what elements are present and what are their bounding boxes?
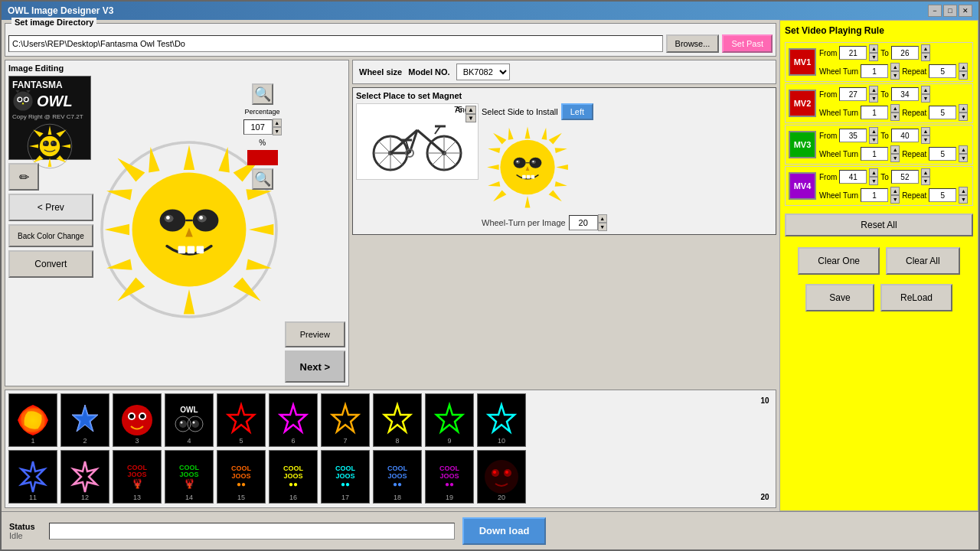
reload-button[interactable]: ReLoad: [880, 284, 952, 311]
zoom-out-button[interactable]: 🔍: [252, 168, 273, 190]
wheel-turn-input[interactable]: [569, 215, 598, 230]
mv1-from-input[interactable]: [839, 46, 867, 60]
mv2-from-input[interactable]: [839, 87, 867, 101]
percentage-input[interactable]: [243, 119, 273, 135]
mv4-to-down[interactable]: ▼: [921, 177, 930, 185]
mv4-wheel-arrows[interactable]: ▲▼: [890, 187, 900, 204]
mv3-wheel-arrows[interactable]: ▲▼: [890, 145, 900, 162]
convert-button[interactable]: Convert: [8, 250, 93, 278]
mv4-from-up[interactable]: ▲: [869, 168, 878, 177]
gallery-item-17[interactable]: COOLJOOS●● 17: [321, 450, 370, 504]
maximize-button[interactable]: □: [943, 5, 957, 17]
mv1-repeat-arrows[interactable]: ▲▼: [959, 63, 968, 80]
mv1-wheel-arrows[interactable]: ▲▼: [890, 63, 900, 80]
mv4-from-arrows[interactable]: ▲▼: [869, 168, 878, 185]
gallery-item-7[interactable]: 7: [321, 393, 370, 447]
mv2-to-arrows[interactable]: ▲▼: [921, 86, 930, 103]
gallery-item-12[interactable]: 12: [60, 450, 109, 504]
spinner-up[interactable]: ▲: [273, 119, 282, 127]
mv1-repeat-input[interactable]: [929, 64, 956, 78]
mv2-repeat-down[interactable]: ▼: [959, 112, 968, 121]
angle-scroll-arrows[interactable]: ▲ ▼: [466, 106, 476, 122]
gallery-item-16[interactable]: COOLJOOS●● 16: [269, 450, 318, 504]
mv3-from-down[interactable]: ▼: [869, 135, 878, 144]
gallery-item-1[interactable]: 1: [8, 393, 57, 447]
mv4-to-input[interactable]: [891, 170, 919, 184]
mv2-wheel-arrows[interactable]: ▲▼: [890, 104, 900, 121]
gallery-item-19[interactable]: COOLJOOS●● 19: [425, 450, 474, 504]
mv1-from-down[interactable]: ▼: [869, 53, 878, 61]
mv3-to-down[interactable]: ▼: [921, 135, 930, 144]
gallery-item-14[interactable]: COOLJOOS🦞 14: [165, 450, 214, 504]
mv1-to-arrows[interactable]: ▲▼: [921, 44, 930, 61]
mv1-from-up[interactable]: ▲: [869, 44, 878, 53]
mv1-to-input[interactable]: [891, 46, 919, 60]
back-color-button[interactable]: Back Color Change: [8, 224, 93, 247]
mv1-to-down[interactable]: ▼: [921, 53, 930, 61]
gallery-item-20[interactable]: 20: [477, 450, 526, 504]
prev-button[interactable]: < Prev: [8, 194, 93, 221]
browse-button[interactable]: Browse...: [666, 34, 720, 53]
mv4-wheel-input[interactable]: [861, 188, 888, 202]
angle-down[interactable]: ▼: [466, 114, 476, 122]
mv4-repeat-up[interactable]: ▲: [959, 187, 968, 195]
mv4-wheel-down[interactable]: ▼: [890, 195, 900, 204]
mv4-to-up[interactable]: ▲: [921, 168, 930, 177]
mv1-wheel-input[interactable]: [861, 64, 888, 78]
gallery-item-3[interactable]: 3: [113, 393, 162, 447]
mv4-wheel-up[interactable]: ▲: [890, 187, 900, 195]
mv4-repeat-input[interactable]: [929, 188, 956, 202]
side-left-button[interactable]: Left: [561, 103, 593, 120]
mv3-wheel-input[interactable]: [861, 147, 888, 161]
mv2-wheel-down[interactable]: ▼: [890, 112, 900, 121]
mv1-from-arrows[interactable]: ▲▼: [869, 44, 878, 61]
reset-all-button[interactable]: Reset All: [785, 214, 973, 236]
wheel-turn-down[interactable]: ▼: [598, 223, 607, 231]
mv3-from-arrows[interactable]: ▲▼: [869, 127, 878, 144]
mv3-to-input[interactable]: [891, 129, 919, 142]
model-select[interactable]: BK7082: [456, 64, 510, 80]
mv3-wheel-up[interactable]: ▲: [890, 145, 900, 154]
percentage-spinner-arrows[interactable]: ▲ ▼: [273, 119, 282, 135]
gallery-item-18[interactable]: COOLJOOS●● 18: [373, 450, 422, 504]
gallery-item-13[interactable]: COOLJOOS🦞 13: [113, 450, 162, 504]
edit-pencil-button[interactable]: ✏: [8, 163, 39, 191]
mv3-repeat-down[interactable]: ▼: [959, 154, 968, 162]
mv2-to-down[interactable]: ▼: [921, 94, 930, 103]
mv2-to-up[interactable]: ▲: [921, 86, 930, 94]
spinner-down[interactable]: ▼: [273, 127, 282, 135]
close-button[interactable]: ✕: [959, 5, 972, 17]
preview-button[interactable]: Preview: [285, 321, 345, 347]
mv1-repeat-up[interactable]: ▲: [959, 63, 968, 71]
mv1-wheel-down[interactable]: ▼: [890, 71, 900, 80]
wheel-turn-up[interactable]: ▲: [598, 214, 607, 223]
mv2-repeat-input[interactable]: [929, 106, 956, 119]
angle-up[interactable]: ▲: [466, 106, 476, 114]
mv4-repeat-down[interactable]: ▼: [959, 195, 968, 204]
mv2-repeat-arrows[interactable]: ▲▼: [959, 104, 968, 121]
clear-one-button[interactable]: Clear One: [798, 247, 880, 275]
mv4-to-arrows[interactable]: ▲▼: [921, 168, 930, 185]
mv3-from-up[interactable]: ▲: [869, 127, 878, 135]
set-past-button[interactable]: Set Past: [722, 34, 773, 53]
mv3-repeat-arrows[interactable]: ▲▼: [959, 145, 968, 162]
gallery-item-15[interactable]: COOLJOOS●● 15: [217, 450, 266, 504]
mv2-from-arrows[interactable]: ▲▼: [869, 86, 878, 103]
save-button[interactable]: Save: [805, 284, 874, 311]
mv2-wheel-input[interactable]: [861, 106, 888, 119]
mv3-to-up[interactable]: ▲: [921, 127, 930, 135]
mv3-wheel-down[interactable]: ▼: [890, 154, 900, 162]
gallery-item-4[interactable]: OWL 4: [165, 393, 214, 447]
gallery-item-10[interactable]: 10: [477, 393, 526, 447]
mv1-repeat-down[interactable]: ▼: [959, 71, 968, 80]
directory-input[interactable]: [8, 35, 663, 52]
mv3-repeat-up[interactable]: ▲: [959, 145, 968, 154]
mv3-to-arrows[interactable]: ▲▼: [921, 127, 930, 144]
mv2-to-input[interactable]: [891, 87, 919, 101]
gallery-item-6[interactable]: 6: [269, 393, 318, 447]
mv1-to-up[interactable]: ▲: [921, 44, 930, 53]
gallery-item-2[interactable]: 2: [60, 393, 109, 447]
mv1-wheel-up[interactable]: ▲: [890, 63, 900, 71]
gallery-item-11[interactable]: 11: [8, 450, 57, 504]
mv3-from-input[interactable]: [839, 129, 867, 142]
